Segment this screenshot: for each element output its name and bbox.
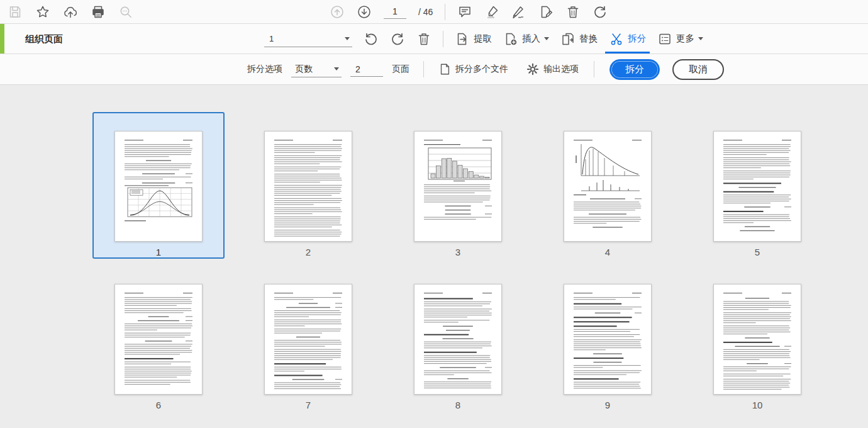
page-preview[interactable] xyxy=(114,131,203,242)
next-page-button[interactable] xyxy=(357,4,372,20)
insert-label: 插入 xyxy=(522,33,540,45)
page-number-label: 3 xyxy=(455,247,460,257)
unit-label: 页面 xyxy=(392,64,409,75)
rotate-page-button[interactable] xyxy=(593,4,608,20)
page-preview[interactable] xyxy=(564,284,652,395)
extract-label: 提取 xyxy=(474,33,492,45)
thumbnail-cell: 9 xyxy=(533,265,682,412)
caret-down-icon xyxy=(544,37,549,40)
page-number-label: 10 xyxy=(752,400,763,410)
rotate-right-button[interactable] xyxy=(390,31,405,47)
page-thumbnail-7[interactable]: 7 xyxy=(242,265,374,412)
save-icon xyxy=(8,4,23,20)
page-count-label: / 46 xyxy=(418,7,433,17)
delete-pages-button[interactable] xyxy=(416,31,431,47)
split-button[interactable]: 拆分 xyxy=(609,59,660,80)
star-icon xyxy=(35,4,50,20)
split-multiple-files-button[interactable]: 拆分多个文件 xyxy=(438,54,508,84)
search-icon xyxy=(118,4,133,20)
page-preview[interactable] xyxy=(264,284,352,395)
caret-down-icon xyxy=(345,37,350,40)
page-thumbnail-3[interactable]: 3 xyxy=(392,112,524,259)
page-preview[interactable] xyxy=(414,131,502,242)
highlight-button[interactable] xyxy=(484,4,499,20)
thumbnail-cell: 6 xyxy=(84,265,233,412)
toolbar-divider xyxy=(445,4,445,20)
page-number-label: 1 xyxy=(156,247,161,257)
gear-icon xyxy=(526,62,540,76)
save-button[interactable] xyxy=(8,4,23,20)
rotate-counterclockwise-icon xyxy=(364,31,379,47)
signature-pen-icon xyxy=(511,4,526,20)
comment-button[interactable] xyxy=(457,4,472,20)
rotate-clockwise-icon xyxy=(593,4,608,20)
page-preview[interactable] xyxy=(713,284,801,395)
cancel-button[interactable]: 取消 xyxy=(672,59,724,80)
page-preview[interactable] xyxy=(713,131,801,242)
split-options-group: 拆分选项 页数 页面 拆分多个文件 输出选项 拆分 取消 xyxy=(247,54,724,84)
top-toolbar-center-group: / 46 xyxy=(330,0,608,23)
page-number-label: 4 xyxy=(605,247,610,257)
thumbnail-cell: 8 xyxy=(383,265,533,412)
split-mode-value: 页数 xyxy=(295,64,313,75)
page-thumbnail-4[interactable]: 4 xyxy=(542,112,674,259)
page-preview[interactable] xyxy=(114,284,203,395)
output-options-button[interactable]: 输出选项 xyxy=(526,54,579,84)
page-thumbnail-1-selected[interactable]: 1 xyxy=(92,112,225,259)
split-multiple-label: 拆分多个文件 xyxy=(455,64,508,75)
page-thumbnail-6[interactable]: 6 xyxy=(92,265,225,412)
page-edit-icon xyxy=(538,4,554,20)
split-options-toolbar: 拆分选项 页数 页面 拆分多个文件 输出选项 拆分 取消 xyxy=(0,54,868,85)
page-preview[interactable] xyxy=(414,284,502,395)
page-number-label: 9 xyxy=(605,400,610,410)
fill-sign-button[interactable] xyxy=(538,4,554,20)
rotate-left-button[interactable] xyxy=(364,31,379,47)
sign-button[interactable] xyxy=(511,4,526,20)
page-range-value: 1 xyxy=(269,34,274,43)
output-options-label: 输出选项 xyxy=(543,64,579,75)
scissors-icon xyxy=(609,31,624,47)
previous-page-button[interactable] xyxy=(330,4,345,20)
print-button[interactable] xyxy=(91,4,106,20)
favorite-button[interactable] xyxy=(35,4,50,20)
page-preview[interactable] xyxy=(564,131,652,242)
split-mode-select[interactable]: 页数 xyxy=(291,61,342,77)
split-tab[interactable]: 拆分 xyxy=(609,24,646,54)
page-thumbnail-5[interactable]: 5 xyxy=(691,112,823,259)
comment-icon xyxy=(457,4,472,20)
page-range-select[interactable]: 1 xyxy=(264,31,352,47)
delete-page-button[interactable] xyxy=(565,4,581,20)
page-count-input[interactable] xyxy=(350,62,383,77)
highlighter-icon xyxy=(484,4,499,20)
extract-pages-button[interactable]: 提取 xyxy=(455,24,492,54)
page-number-input[interactable] xyxy=(384,5,406,19)
thumbnail-cell: 4 xyxy=(533,112,682,259)
search-button[interactable] xyxy=(118,4,133,20)
toolbar-divider xyxy=(423,61,424,77)
more-button[interactable]: 更多 xyxy=(657,24,703,54)
page-number-label: 5 xyxy=(755,247,760,257)
page-number-label: 7 xyxy=(306,400,311,410)
page-thumbnail-10[interactable]: 10 xyxy=(691,265,823,412)
thumbnail-grid: 12345678910 xyxy=(84,112,832,412)
arrow-up-circle-icon xyxy=(330,4,345,20)
insert-pages-button[interactable]: 插入 xyxy=(503,24,549,54)
page-preview[interactable] xyxy=(264,131,352,242)
top-toolbar: / 46 xyxy=(0,0,868,24)
tool-title: 组织页面 xyxy=(25,24,63,54)
thumbnail-cell: 1 xyxy=(84,112,233,259)
thumbnail-cell: 2 xyxy=(233,112,383,259)
organize-controls-group: 1 提取 xyxy=(264,24,703,54)
page-thumbnail-8[interactable]: 8 xyxy=(392,265,524,412)
trash-icon xyxy=(565,4,581,20)
page-thumbnail-2[interactable]: 2 xyxy=(242,112,374,259)
replace-pages-button[interactable]: 替换 xyxy=(560,24,598,54)
more-label: 更多 xyxy=(676,33,694,45)
split-options-label: 拆分选项 xyxy=(247,64,282,75)
replace-page-icon xyxy=(560,31,576,47)
page-thumbnail-9[interactable]: 9 xyxy=(542,265,674,412)
page-thumbnails-area: 12345678910 xyxy=(0,85,868,428)
share-button[interactable] xyxy=(63,4,78,20)
tool-accent-bar xyxy=(0,24,4,54)
extract-page-icon xyxy=(455,31,470,47)
